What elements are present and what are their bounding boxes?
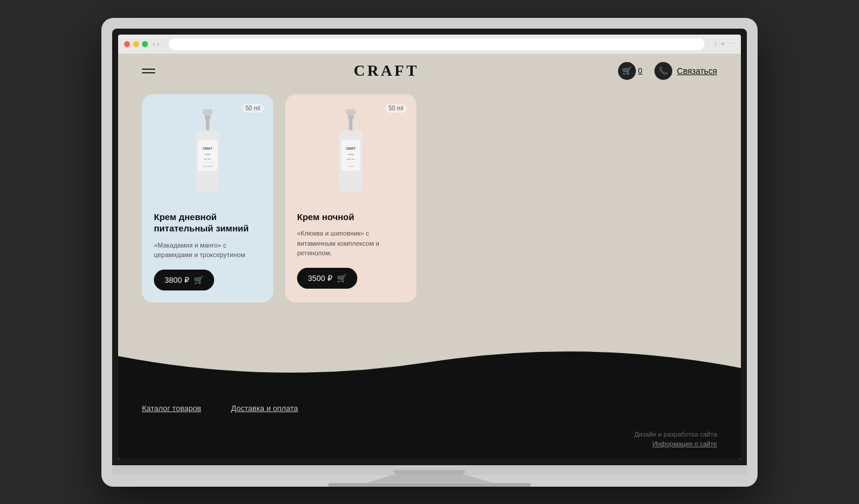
products-grid: 50 ml	[142, 94, 717, 302]
product-image-day: CRAFT cream day care питательный	[154, 106, 261, 202]
cart-icon: 🛒	[618, 62, 636, 80]
price-night: 3500 ₽	[308, 274, 332, 283]
catalog-link[interactable]: Каталог товаров	[142, 404, 201, 413]
laptop-stand	[340, 475, 519, 483]
nav-arrows: ‹ ›	[153, 40, 159, 48]
browser-chrome: ‹ › ↑ + ⋯	[118, 35, 741, 54]
product-card-night: 50 ml	[285, 94, 416, 302]
volume-badge-day: 50 ml	[242, 104, 264, 113]
svg-rect-2	[206, 119, 209, 130]
site-footer: Каталог товаров Доставка и оплата Дизайн…	[118, 386, 741, 459]
site-header: CRAFT 🛒 0 📞 Связаться	[118, 54, 741, 88]
hamburger-line-2	[142, 72, 155, 73]
svg-text:cream: cream	[348, 153, 354, 155]
delivery-link[interactable]: Доставка и оплата	[231, 404, 298, 413]
add-tab-icon: +	[721, 40, 725, 48]
add-to-cart-day[interactable]: 3800 ₽ 🛒	[154, 270, 214, 290]
volume-badge-night: 50 ml	[385, 104, 407, 113]
svg-rect-1	[205, 115, 210, 119]
products-section: 50 ml	[118, 88, 741, 338]
add-to-cart-night[interactable]: 3500 ₽ 🛒	[297, 268, 357, 289]
cart-button[interactable]: 🛒 0	[618, 62, 642, 80]
product-image-night: CRAFT cream night care ночной	[297, 106, 404, 202]
share-icon: ↑	[714, 40, 718, 48]
footer-info-link[interactable]: Информация о сайте	[653, 440, 717, 447]
header-right: 🛒 0 📞 Связаться	[618, 62, 717, 80]
svg-text:CRAFT: CRAFT	[346, 147, 356, 150]
hamburger-menu[interactable]	[142, 69, 155, 73]
cart-icon-night: 🛒	[337, 274, 347, 283]
svg-text:питательный: питательный	[203, 165, 213, 167]
svg-text:night care: night care	[347, 158, 356, 160]
site-logo: CRAFT	[354, 62, 419, 80]
url-bar[interactable]	[169, 38, 704, 50]
footer-links: Каталог товаров Доставка и оплата	[142, 404, 717, 413]
svg-text:ночной: ночной	[348, 165, 354, 167]
svg-text:day care: day care	[204, 158, 212, 160]
traffic-lights	[124, 41, 148, 47]
product-name-night: Крем ночной	[297, 211, 404, 223]
laptop-foot	[328, 483, 531, 487]
wave-section	[118, 338, 741, 386]
contact-button[interactable]: 📞 Связаться	[654, 62, 717, 80]
cart-icon-day: 🛒	[194, 276, 203, 285]
svg-rect-12	[349, 119, 353, 130]
close-button[interactable]	[124, 41, 130, 47]
product-desc-day: «Макадамия и манго» с церамидами и трокс…	[154, 240, 261, 260]
footer-credit: Дизайн и разработка сайта	[634, 431, 717, 438]
wave-svg	[118, 338, 741, 386]
hamburger-line-1	[142, 69, 155, 70]
contact-label: Связаться	[677, 66, 717, 76]
product-card-day: 50 ml	[142, 94, 273, 302]
laptop-base	[112, 465, 747, 475]
svg-rect-0	[203, 109, 213, 115]
footer-bottom: Дизайн и разработка сайта Информация о с…	[142, 431, 717, 447]
product-desc-night: «Клюква и шиповник» с витаминным комплек…	[297, 228, 404, 258]
laptop-notch	[394, 470, 465, 475]
more-icon: ⋯	[728, 40, 735, 48]
product-name-day: Крем дневной питательный зимний	[154, 211, 261, 234]
bottle-svg-day: CRAFT cream day care питательный	[187, 109, 228, 199]
svg-rect-11	[348, 115, 353, 119]
phone-icon: 📞	[654, 62, 672, 80]
maximize-button[interactable]	[142, 41, 148, 47]
svg-text:cream: cream	[205, 153, 211, 155]
cart-count: 0	[638, 66, 642, 75]
site-content: CRAFT 🛒 0 📞 Связаться	[118, 54, 741, 459]
minimize-button[interactable]	[133, 41, 139, 47]
browser-icons: ↑ + ⋯	[714, 40, 735, 48]
bottle-svg-night: CRAFT cream night care ночной	[330, 109, 372, 199]
svg-text:CRAFT: CRAFT	[203, 147, 212, 150]
price-day: 3800 ₽	[165, 276, 189, 285]
svg-rect-10	[346, 109, 356, 115]
